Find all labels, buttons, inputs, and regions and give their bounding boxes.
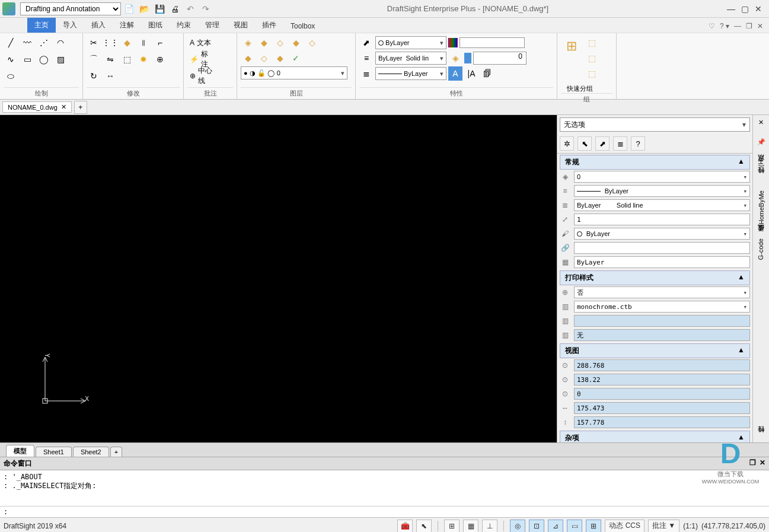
text-button[interactable]: A文本 [187,36,217,50]
lineweight-dropdown[interactable]: ByLayer [375,67,446,80]
linetype-dropdown[interactable]: ByLayer Solid lin [375,52,446,65]
side-close-icon[interactable]: ✕ [758,119,764,126]
sb-osnap-icon[interactable]: ⊡ [529,520,544,533]
rectangle-icon[interactable]: ▭ [20,52,34,66]
offset-icon[interactable]: ⫴ [136,36,151,50]
tab-manage[interactable]: 管理 [198,18,226,33]
centerline-button[interactable]: ⊕中心线 [187,69,217,83]
move-icon[interactable]: ⊕ [153,52,167,66]
prop-tool-1-icon[interactable]: A [448,66,462,81]
sheet-2[interactable]: Sheet2 [73,447,109,457]
cmd-detach-icon[interactable]: ❐ [749,458,756,469]
side-gcode[interactable]: G-code 生成器 [757,237,765,260]
rotate-icon[interactable]: ↻ [87,69,101,83]
command-input[interactable]: : [0,506,769,517]
layer-off-icon[interactable]: ◆ [289,36,303,50]
explode-icon[interactable]: ✹ [136,52,151,66]
sb-btn-2[interactable]: ⬉ [416,520,432,533]
line-icon[interactable]: ╱ [4,36,18,50]
cmd-close-icon[interactable]: ✕ [760,458,765,469]
tab-sheet[interactable]: 图纸 [141,18,170,33]
scale-icon[interactable]: ⬚ [120,52,134,66]
close-button[interactable]: ✕ [755,4,762,14]
side-pin-icon[interactable]: 📌 [757,138,765,146]
mirror-icon[interactable]: ⇋ [103,52,117,66]
fillet-icon[interactable]: ⌒ [87,52,101,66]
arc-icon[interactable]: ◠ [53,36,68,50]
section-view-header[interactable]: 视图▲ [560,343,750,358]
tab-import[interactable]: 导入 [56,18,84,33]
layer-states-icon[interactable]: ◆ [257,36,271,50]
doc-min-icon[interactable]: — [734,22,741,30]
prop-printstyle-2[interactable]: monochrome.ctb [574,301,750,313]
prop-scale[interactable]: 1 [574,214,750,225]
color-dropdown[interactable]: ByLayer [375,36,446,49]
layer-on-icon[interactable]: ◇ [305,36,319,50]
add-doc-tab-button[interactable]: + [74,101,87,114]
minimize-button[interactable]: — [727,4,735,14]
spline-icon[interactable]: ∿ [4,52,18,66]
chamfer-icon[interactable]: ⌐ [153,36,167,50]
side-origin[interactable]: 原点(H) [757,158,765,167]
doc-tab[interactable]: NONAME_0.dwg ✕ [2,101,72,113]
layer-current-dropdown[interactable]: ● ◑ 🔓 ◯ 0 [241,66,347,79]
list-icon[interactable]: ≣ [613,136,627,151]
redo-icon[interactable]: ↷ [199,2,212,15]
tab-toolbox[interactable]: Toolbox [283,20,322,33]
erase-icon[interactable]: ◆ [120,36,134,50]
match-props-icon[interactable]: ⬈ [359,36,374,50]
prop-help-icon[interactable]: ? [631,136,645,151]
tab-addins[interactable]: 插件 [255,18,283,33]
help-icon[interactable]: ? ▾ [720,22,729,30]
sb-lwt-icon[interactable]: ⊞ [586,520,601,533]
doc-tab-close-icon[interactable]: ✕ [61,103,66,111]
selection-dropdown[interactable]: 无选项 [560,117,750,132]
polyline-icon[interactable]: 〰 [20,36,34,50]
layer-isolate-icon[interactable]: ◇ [273,36,287,50]
tab-view[interactable]: 视图 [226,18,255,33]
transparency-icon[interactable]: ◈ [448,51,462,65]
sb-annotation-button[interactable]: 批注 ▼ [648,520,679,533]
sheet-add-button[interactable]: + [110,447,122,457]
workspace-dropdown[interactable]: Drafting and Annotation [20,2,121,15]
layer-unlock-icon[interactable]: ✓ [289,51,303,65]
doc-restore-icon[interactable]: ❐ [746,22,752,30]
array-icon[interactable]: ⋮⋮ [103,36,117,50]
prop-layer[interactable]: 0 [574,171,750,183]
trim-icon[interactable]: ✂ [87,36,101,50]
select-objects-icon[interactable]: ⬉ [577,136,592,151]
side-homebyme[interactable]: HomeByMe [758,190,765,224]
sheet-1[interactable]: Sheet1 [36,447,72,457]
sb-ortho-icon[interactable]: ⊥ [482,520,497,533]
sb-btn-1[interactable]: 🧰 [397,520,413,533]
group-edit-icon[interactable]: ⬚ [585,36,599,50]
hatch-icon[interactable]: ▨ [53,52,68,66]
color-swatch[interactable] [460,37,525,48]
open-icon[interactable]: 📂 [138,2,151,15]
prop-linestyle[interactable]: ByLayer Solid line [574,199,750,211]
prop-linetype[interactable]: ByLayer [574,185,750,197]
section-general-header[interactable]: 常规▲ [560,155,750,170]
save-icon[interactable]: 💾 [153,2,166,15]
linetype-icon[interactable]: ≡ [359,51,374,65]
stretch-icon[interactable]: ↔ [103,69,117,83]
point-icon[interactable]: ⋰ [37,36,51,50]
sb-dynccs-button[interactable]: 动态 CCS [605,520,644,533]
tab-insert[interactable]: 插入 [84,18,113,33]
tab-constraint[interactable]: 约束 [170,18,198,33]
maximize-button[interactable]: ▢ [741,4,749,14]
prop-hyperlink[interactable] [574,242,750,254]
sb-dyn-icon[interactable]: ▭ [567,520,582,533]
new-icon[interactable]: 📄 [122,2,135,15]
layer-lock-icon[interactable]: ◆ [273,51,287,65]
layer-freeze-icon[interactable]: ◆ [241,51,255,65]
drawing-canvas[interactable]: Y X [0,115,557,442]
layer-thaw-icon[interactable]: ◇ [257,51,271,65]
sb-polar-icon[interactable]: ◎ [510,520,525,533]
tab-home[interactable]: 主页 [27,18,56,33]
section-printstyle-header[interactable]: 打印样式▲ [560,270,750,285]
circle-icon[interactable]: ◯ [37,52,51,66]
filter-icon[interactable]: ⬈ [595,136,610,151]
layer-manager-icon[interactable]: ◈ [241,36,255,50]
quick-select-icon[interactable]: ✲ [560,136,574,151]
